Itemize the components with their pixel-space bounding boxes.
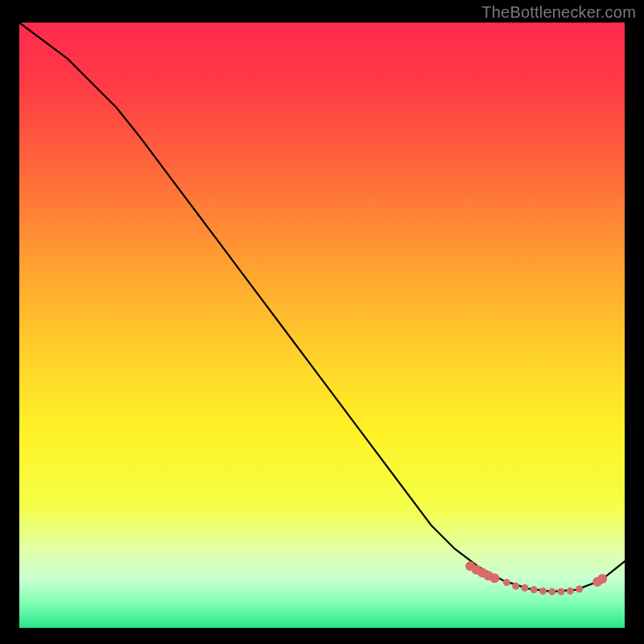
marker-dot — [597, 574, 607, 584]
marker-dot — [512, 583, 519, 590]
attribution-text: TheBottlenecker.com — [481, 3, 636, 22]
marker-dot — [503, 579, 510, 586]
marker-dot — [539, 588, 547, 595]
gradient-background — [19, 23, 625, 628]
marker-dot — [558, 588, 565, 595]
marker-dot — [521, 584, 528, 592]
marker-dot — [489, 573, 499, 583]
marker-dot — [548, 588, 555, 595]
chart-svg — [19, 23, 625, 628]
marker-dot — [567, 588, 574, 595]
plot-area — [19, 23, 625, 628]
marker-dot — [576, 585, 583, 592]
marker-dot — [530, 586, 538, 593]
chart-container: TheBottlenecker.com — [0, 0, 644, 644]
